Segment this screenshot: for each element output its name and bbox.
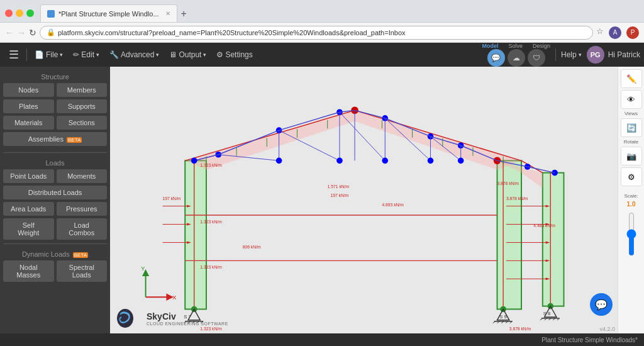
svg-text:X: X <box>172 294 177 301</box>
nodes-button[interactable]: Nodes <box>3 83 54 97</box>
members-button[interactable]: Members <box>57 83 108 97</box>
canvas-area[interactable]: 1.323 kN/m 1.571 kN/m 197 kN/m 4.893 kN/… <box>110 67 618 333</box>
msd-labels: Model Solve Design <box>482 43 550 49</box>
dynamic-loads-beta-badge: BETA <box>73 252 88 258</box>
address-bar-row: ← → ↻ 🔒 platform.skyciv.com/structural?p… <box>0 23 644 43</box>
sidebar-divider-1 <box>3 152 107 153</box>
refresh-button[interactable]: ↻ <box>29 28 36 38</box>
view-tool-button[interactable]: 👁 <box>621 90 642 109</box>
svg-text:197 kN/m: 197 kN/m <box>331 193 349 198</box>
address-bar[interactable]: 🔒 platform.skyciv.com/structural?preload… <box>40 26 593 40</box>
advanced-label: Advanced <box>121 50 154 59</box>
profile-icon[interactable]: A <box>609 26 621 39</box>
settings-tool-button[interactable]: ⚙ <box>621 167 642 186</box>
views-label: Views <box>625 111 638 116</box>
help-label: Help <box>561 50 577 59</box>
settings-gear-icon: ⚙ <box>216 50 223 59</box>
self-weight-button[interactable]: SelfWeight <box>3 218 54 240</box>
pressures-button[interactable]: Pressures <box>57 202 108 216</box>
output-menu-button[interactable]: 🖥 Output ▾ <box>164 48 211 62</box>
rotate-button[interactable]: 🔄 <box>621 118 642 137</box>
profile-icon-2[interactable]: P <box>626 26 639 39</box>
structure-canvas: 1.323 kN/m 1.571 kN/m 197 kN/m 4.893 kN/… <box>110 67 618 333</box>
svg-text:S 9: S 9 <box>499 314 507 320</box>
hamburger-button[interactable]: ☰ <box>4 47 24 63</box>
chat-icon: 💬 <box>595 299 608 311</box>
solve-label: Solve <box>508 43 523 49</box>
new-tab-button[interactable]: + <box>177 8 191 20</box>
materials-button[interactable]: Materials <box>3 116 54 130</box>
tab-favicon <box>47 10 55 18</box>
svg-text:3.878 kN/m: 3.878 kN/m <box>497 181 519 186</box>
min-btn[interactable] <box>16 9 23 17</box>
advanced-menu-button[interactable]: 🔧 Advanced ▾ <box>104 48 164 62</box>
avatar[interactable]: PG <box>587 46 604 64</box>
edit-menu-button[interactable]: ✏ Edit ▾ <box>68 48 104 62</box>
close-btn[interactable] <box>5 9 13 17</box>
edit-tool-button[interactable]: ✏️ <box>621 69 642 88</box>
svg-point-53 <box>428 158 434 164</box>
skyciv-logo-icon <box>116 308 143 328</box>
close-tab-icon[interactable]: ✕ <box>165 10 170 17</box>
file-menu-button[interactable]: 📄 File ▾ <box>30 48 68 62</box>
spectral-loads-button[interactable]: SpectralLoads <box>57 260 108 282</box>
design-button[interactable]: 🛡 <box>528 49 545 67</box>
tab[interactable]: *Plant Structure Simple Windlo... ✕ <box>40 4 177 22</box>
model-label: Model <box>482 43 498 49</box>
forward-button[interactable]: → <box>17 28 26 38</box>
distributed-loads-button[interactable]: Distributed Loads <box>3 186 107 199</box>
svg-text:3.878 kN/m: 3.878 kN/m <box>506 196 528 201</box>
max-btn[interactable] <box>26 9 34 17</box>
scale-slider[interactable] <box>626 212 637 256</box>
star-icon[interactable]: ☆ <box>596 26 604 39</box>
plates-supports-row: Plates Supports <box>3 99 107 113</box>
version-label: v4.2.0 <box>599 326 615 332</box>
url-text: platform.skyciv.com/structural?preload_n… <box>58 29 406 36</box>
toolbar-menu: 📄 File ▾ ✏ Edit ▾ 🔧 Advanced ▾ 🖥 Output … <box>30 48 258 62</box>
supports-button[interactable]: Supports <box>57 99 108 113</box>
area-loads-button[interactable]: Area Loads <box>3 202 54 216</box>
rotate-label: Rotate <box>624 139 639 145</box>
svg-marker-3 <box>543 173 564 306</box>
skyciv-subtitle: CLOUD ENGINEERING SOFTWARE <box>147 321 228 326</box>
edit-label: Edit <box>81 50 94 59</box>
user-info: PG Hi Patrick <box>587 46 640 64</box>
moments-button[interactable]: Moments <box>57 169 108 183</box>
design-label: Design <box>533 43 550 49</box>
solve-button[interactable]: ☁ <box>508 49 525 67</box>
nodal-masses-button[interactable]: NodalMasses <box>3 260 54 282</box>
svg-point-54 <box>458 158 464 164</box>
nodes-members-row: Nodes Members <box>3 83 107 97</box>
plates-button[interactable]: Plates <box>3 99 54 113</box>
settings-menu-button[interactable]: ⚙ Settings <box>211 48 257 62</box>
svg-point-51 <box>336 158 343 164</box>
toolbar-separator-2 <box>555 48 556 61</box>
svg-marker-1 <box>185 160 206 309</box>
point-loads-button[interactable]: Point Loads <box>3 169 54 183</box>
help-arrow: ▾ <box>579 52 582 58</box>
output-arrow: ▾ <box>203 52 206 58</box>
svg-point-52 <box>382 158 388 164</box>
skyciv-logo-text: SkyCiv CLOUD ENGINEERING SOFTWARE <box>147 311 228 326</box>
browser-controls <box>5 9 34 22</box>
scale-value: 1.0 <box>627 201 636 208</box>
assemblies-button[interactable]: Assemblies BETA <box>3 132 107 146</box>
help-button[interactable]: Help ▾ <box>561 50 582 59</box>
camera-button[interactable]: 📷 <box>621 147 642 165</box>
sections-button[interactable]: Sections <box>57 116 108 130</box>
skyciv-name: SkyCiv <box>147 311 228 321</box>
load-combos-button[interactable]: LoadCombos <box>57 218 108 240</box>
back-button[interactable]: ← <box>5 28 14 38</box>
output-label: Output <box>179 50 201 59</box>
area-loads-pressures-row: Area Loads Pressures <box>3 202 107 216</box>
dynamic-loads-text: Dynamic Loads <box>22 250 70 258</box>
chat-button[interactable]: 💬 <box>590 293 613 316</box>
top-toolbar: ☰ 📄 File ▾ ✏ Edit ▾ 🔧 Advanced ▾ 🖥 Outpu… <box>0 43 644 67</box>
model-solve-design: Model Solve Design 💬 ☁ 🛡 <box>482 43 550 67</box>
model-button[interactable]: 💬 <box>487 49 505 67</box>
edit-arrow: ▾ <box>96 52 99 58</box>
browser-chrome: *Plant Structure Simple Windlo... ✕ + <box>0 0 644 23</box>
avatar-initials: PG <box>591 51 601 59</box>
svg-text:806 kN/m: 806 kN/m <box>243 245 261 249</box>
svg-point-50 <box>276 158 282 164</box>
